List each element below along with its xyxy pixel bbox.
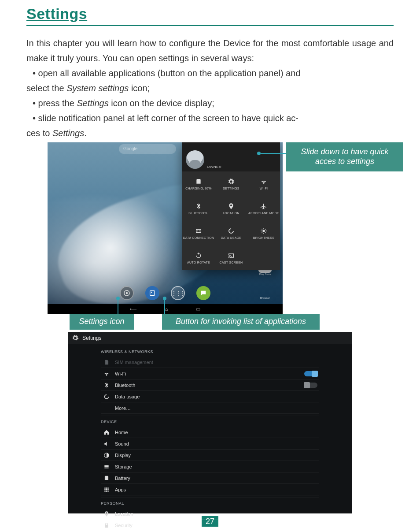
bluetooth-icon [103, 382, 110, 388]
qs-tile-brightness[interactable]: BRIGHTNESS [247, 221, 280, 245]
qs-airplane-icon [260, 203, 267, 210]
settings-row-label: Display [115, 453, 319, 458]
callout-apps-button: Button for invoking list of applications [162, 314, 320, 330]
bluetooth-toggle[interactable] [304, 383, 317, 388]
qs-location-icon [228, 203, 235, 210]
gear-icon [72, 335, 79, 342]
qs-tile-label: DATA CONNECTION [183, 236, 214, 239]
settings-row-more…[interactable]: More… [101, 402, 319, 414]
qs-datausage-icon [228, 227, 235, 234]
qs-tile-label: SETTINGS [223, 187, 239, 190]
play-store-label: Play Store [254, 273, 276, 275]
settings-app-titlebar: Settings [68, 332, 352, 344]
owner-label: OWNER [207, 165, 221, 169]
qs-tile-label: AEROPLANE MODE [248, 212, 279, 215]
storage-icon [103, 464, 110, 470]
qs-tile-bluetooth[interactable]: BLUETOOTH [182, 196, 215, 221]
title-underline [26, 25, 394, 26]
qs-tile-label: AUTO ROTATE [187, 261, 210, 264]
camera-icon[interactable] [120, 286, 134, 300]
qs-tile-label: LOCATION [223, 212, 239, 215]
callout-leader-settings-icon [118, 299, 118, 315]
qs-tile-label: CAST SCREEN [220, 261, 243, 264]
qs-bluetooth-icon [195, 203, 202, 210]
settings-row-apps[interactable]: Apps [101, 484, 319, 495]
apps-icon [103, 487, 110, 493]
qs-tile-battery[interactable]: CHARGING, 97% [182, 171, 215, 196]
qs-tile-label: WI-FI [260, 187, 268, 190]
battery-icon [103, 475, 110, 481]
section-header: PERSONAL [101, 497, 319, 508]
settings-row-security[interactable]: Security [101, 520, 319, 528]
bullet-1-em: System settings [66, 83, 129, 93]
qs-tile-location[interactable]: LOCATION [215, 196, 247, 221]
settings-app-screenshot: Settings WIRELESS & NETWORKS SIM managem… [68, 332, 352, 513]
settings-app-title: Settings [82, 335, 101, 341]
blank-icon [103, 405, 110, 411]
settings-row-location[interactable]: Location [101, 508, 319, 520]
home-icon [103, 429, 110, 435]
settings-row-wi-fi[interactable]: Wi-Fi [101, 368, 319, 379]
bullet-3-line2b: . [84, 128, 87, 138]
settings-row-bluetooth[interactable]: Bluetooth [101, 379, 319, 391]
gallery-icon[interactable] [145, 286, 159, 300]
sound-icon [103, 441, 110, 447]
settings-row-sound[interactable]: Sound [101, 438, 319, 450]
section-header: WIRELESS & NETWORKS [101, 346, 319, 357]
qs-cast-icon [228, 252, 235, 259]
settings-row-label: More… [115, 405, 319, 411]
qs-tile-data[interactable]: DATA CONNECTION [182, 221, 215, 245]
qs-tile-rotate[interactable]: AUTO ROTATE [182, 245, 215, 270]
back-icon[interactable]: ⟵ [130, 306, 137, 312]
settings-row-label: Home [115, 430, 319, 435]
settings-row-label: Storage [115, 464, 319, 469]
qs-tile-wifi[interactable]: WI-FI [247, 171, 280, 196]
quick-settings-panel: OWNER CHARGING, 97% SETTINGS WI-FI BLUET… [182, 142, 280, 270]
owner-avatar-icon[interactable] [186, 150, 204, 169]
homescreen-screenshot: Google Play Store Browser Settings ⋮⋮⋮ ⟵… [48, 142, 283, 314]
settings-row-label: Sound [115, 441, 319, 446]
svg-point-1 [126, 292, 128, 294]
settings-row-label: Battery [115, 476, 319, 481]
settings-row-label: Apps [115, 487, 319, 492]
location-icon [103, 511, 110, 517]
callout-leader-right [261, 153, 289, 154]
bullet-1-line1: • open all available applications (butto… [26, 68, 301, 78]
qs-tile-datausage[interactable]: DATA USAGE [215, 221, 247, 245]
bullet-1-line2a: select the [26, 83, 66, 93]
security-icon [103, 522, 110, 528]
recent-icon[interactable]: ▭ [196, 306, 200, 312]
bullet-2-em: Settings [77, 98, 108, 108]
search-pill[interactable]: Google [119, 144, 176, 154]
qs-tile-label: DATA USAGE [221, 236, 242, 239]
qs-tile-cast[interactable]: CAST SCREEN [215, 245, 247, 270]
svg-rect-2 [150, 291, 155, 296]
settings-row-display[interactable]: Display [101, 450, 319, 461]
qs-tile-label: BRIGHTNESS [253, 236, 275, 239]
display-icon [103, 452, 110, 458]
settings-row-data usage[interactable]: Data usage [101, 391, 319, 402]
bullet-2a: • press the [26, 98, 77, 108]
qs-tile-airplane[interactable]: AEROPLANE MODE [247, 196, 280, 221]
svg-point-3 [151, 292, 152, 293]
settings-row-label: Location [115, 511, 319, 517]
bullet-3-line2a: ces to [26, 128, 52, 138]
callout-slide-down: Slide down to have quick acces to settin… [286, 142, 403, 171]
figure-homescreen-quicksettings: Google Play Store Browser Settings ⋮⋮⋮ ⟵… [26, 142, 394, 327]
page-title: Settings [26, 5, 394, 22]
all-apps-icon[interactable]: ⋮⋮⋮ [171, 286, 185, 300]
qs-tile-label: CHARGING, 97% [185, 187, 212, 190]
qs-gear-icon [228, 178, 235, 185]
settings-row-storage[interactable]: Storage [101, 461, 319, 472]
android-navbar: ⟵ ⌂ ▭ [48, 304, 283, 314]
wifi-icon [103, 371, 110, 377]
qs-tile-gear[interactable]: SETTINGS [215, 171, 247, 196]
bullet-3-line1: • slide notification panel at left corne… [26, 113, 298, 123]
wi-fi-toggle[interactable] [304, 371, 317, 376]
messages-icon[interactable] [196, 286, 210, 300]
settings-row-battery[interactable]: Battery [101, 472, 319, 484]
settings-row-home[interactable]: Home [101, 427, 319, 438]
settings-row-label: Security [115, 523, 319, 528]
settings-row-sim management[interactable]: SIM management [101, 357, 319, 368]
home-icon[interactable]: ⌂ [165, 306, 168, 312]
